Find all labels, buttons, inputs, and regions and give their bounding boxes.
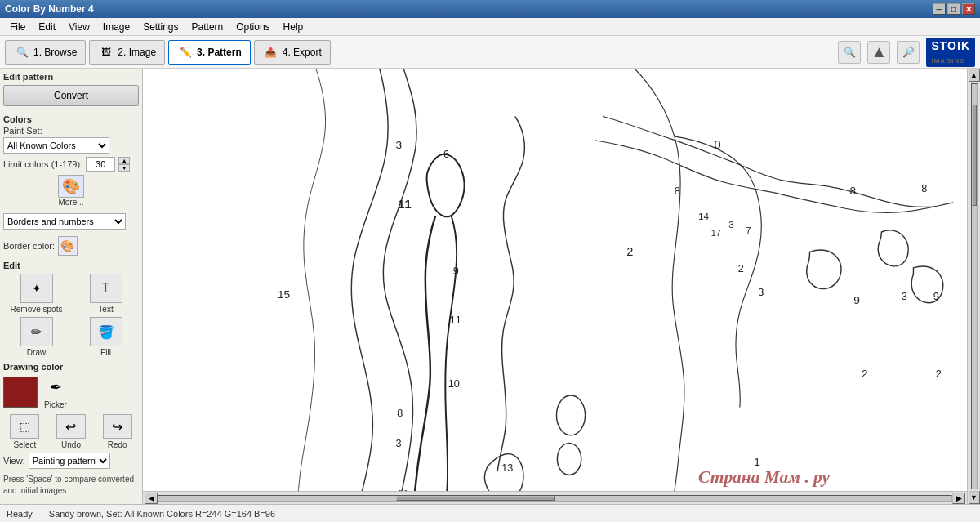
menu-pattern[interactable]: Pattern bbox=[185, 20, 230, 34]
fill-icon: 🪣 bbox=[90, 317, 122, 346]
spin-up[interactable]: ▲ bbox=[118, 157, 130, 164]
scroll-down-arrow[interactable]: ▼ bbox=[969, 491, 980, 504]
picker-tool[interactable]: ✒ Picker bbox=[44, 376, 67, 409]
toolbar: 🔍 1. Browse 🖼 2. Image ✏️ 3. Pattern 📤 4… bbox=[0, 36, 980, 69]
svg-text:2: 2 bbox=[936, 368, 942, 380]
undo-tool[interactable]: ↩ Undo bbox=[50, 414, 93, 449]
menu-view[interactable]: View bbox=[62, 20, 96, 34]
spin-down[interactable]: ▼ bbox=[118, 164, 130, 172]
svg-text:2: 2 bbox=[738, 263, 744, 274]
browse-icon: 🔍 bbox=[14, 44, 30, 60]
pattern-canvas[interactable]: 3 6 11 9 15 11 10 8 3 11 14 8 7 0 10 13 bbox=[143, 69, 967, 491]
titlebar-buttons: ─ □ ✕ bbox=[933, 3, 975, 15]
menu-image[interactable]: Image bbox=[96, 20, 136, 34]
limit-input[interactable] bbox=[86, 157, 115, 172]
svg-text:2: 2 bbox=[862, 368, 868, 380]
scroll-up-arrow[interactable]: ▲ bbox=[969, 69, 980, 82]
stoik-sub: IMAGING bbox=[931, 57, 965, 65]
horizontal-scrollbar: ◀ ▶ bbox=[143, 491, 967, 504]
svg-text:Страна Мам . ру: Страна Мам . ру bbox=[698, 467, 830, 487]
step-export[interactable]: 📤 4. Export bbox=[254, 40, 331, 65]
export-icon: 📤 bbox=[263, 44, 279, 60]
picker-label: Picker bbox=[44, 400, 67, 409]
drawing-color-swatch[interactable] bbox=[3, 377, 38, 408]
svg-text:9: 9 bbox=[853, 294, 860, 306]
borders-dropdown[interactable]: Borders and numbers Borders only Numbers… bbox=[3, 213, 126, 230]
step-pattern-label: 3. Pattern bbox=[197, 47, 242, 58]
menu-settings[interactable]: Settings bbox=[136, 20, 185, 34]
svg-text:11: 11 bbox=[397, 489, 408, 491]
scroll-track-v[interactable] bbox=[971, 83, 978, 489]
svg-text:3: 3 bbox=[902, 291, 907, 302]
color-info: Sandy brown, Set: All Known Colors R=244… bbox=[49, 509, 275, 519]
svg-text:17: 17 bbox=[711, 228, 721, 238]
canvas-main: 3 6 11 9 15 11 10 8 3 11 14 8 7 0 10 13 bbox=[143, 69, 967, 504]
redo-tool[interactable]: ↪ Redo bbox=[96, 414, 139, 449]
select-icon: ⬚ bbox=[10, 414, 39, 439]
svg-text:3: 3 bbox=[758, 287, 764, 298]
scroll-track-h[interactable] bbox=[158, 495, 952, 502]
svg-text:8: 8 bbox=[675, 185, 680, 197]
edit-tools-grid: ✦ Remove spots T Text ✏ Draw 🪣 Fill bbox=[3, 274, 139, 357]
canvas-vscroll-wrap: 3 6 11 9 15 11 10 8 3 11 14 8 7 0 10 13 bbox=[143, 69, 980, 504]
paint-set-label: Paint Set: bbox=[3, 126, 139, 136]
menu-options[interactable]: Options bbox=[229, 20, 276, 34]
step-image[interactable]: 🖼 2. Image bbox=[89, 40, 165, 65]
more-button-wrap[interactable]: 🎨 More... bbox=[3, 175, 139, 207]
svg-text:2: 2 bbox=[626, 245, 633, 258]
remove-spots-tool[interactable]: ✦ Remove spots bbox=[3, 274, 69, 314]
scroll-thumb-v[interactable] bbox=[972, 105, 977, 206]
menu-file[interactable]: File bbox=[3, 20, 32, 34]
select-tool[interactable]: ⬚ Select bbox=[3, 414, 47, 449]
close-button[interactable]: ✕ bbox=[962, 3, 975, 15]
border-color-picker[interactable]: 🎨 bbox=[58, 236, 78, 256]
minimize-button[interactable]: ─ bbox=[933, 3, 946, 15]
border-color-label: Border color: bbox=[3, 241, 55, 251]
svg-text:3: 3 bbox=[395, 139, 402, 151]
remove-spots-icon: ✦ bbox=[20, 274, 53, 303]
limit-spinner: ▲ ▼ bbox=[118, 157, 130, 172]
step-image-label: 2. Image bbox=[118, 47, 156, 58]
scroll-right-arrow[interactable]: ▶ bbox=[952, 493, 965, 504]
search-tool-button[interactable]: 🔍 bbox=[838, 41, 861, 64]
svg-text:1: 1 bbox=[754, 456, 760, 468]
convert-button[interactable]: Convert bbox=[3, 85, 139, 106]
app-title: Color By Number 4 bbox=[5, 3, 94, 15]
step-browse[interactable]: 🔍 1. Browse bbox=[5, 40, 86, 65]
scroll-left-arrow[interactable]: ◀ bbox=[145, 493, 158, 504]
menubar: File Edit View Image Settings Pattern Op… bbox=[0, 18, 980, 36]
svg-point-36 bbox=[557, 443, 581, 475]
bottom-tools-grid: ⬚ Select ↩ Undo ↪ Redo bbox=[3, 414, 139, 449]
svg-text:10: 10 bbox=[448, 378, 460, 390]
hint-text: Press 'Space' to compare converted and i… bbox=[3, 474, 139, 497]
svg-text:11: 11 bbox=[398, 198, 411, 211]
zoom-tool-button[interactable]: 🔎 bbox=[897, 41, 920, 64]
maximize-button[interactable]: □ bbox=[947, 3, 960, 15]
menu-edit[interactable]: Edit bbox=[32, 20, 62, 34]
more-label: More... bbox=[58, 198, 83, 207]
stoik-logo: STOIKIMAGING bbox=[926, 38, 975, 67]
view-label: View: bbox=[3, 456, 25, 466]
svg-text:11: 11 bbox=[450, 315, 461, 326]
svg-text:6: 6 bbox=[443, 149, 449, 160]
ready-status: Ready bbox=[7, 509, 33, 519]
svg-text:8: 8 bbox=[397, 408, 403, 419]
scroll-thumb-h[interactable] bbox=[396, 496, 555, 501]
triangle-tool-button[interactable]: ▲ bbox=[867, 41, 890, 64]
draw-tool[interactable]: ✏ Draw bbox=[3, 317, 69, 357]
menu-help[interactable]: Help bbox=[277, 20, 310, 34]
text-tool[interactable]: T Text bbox=[73, 274, 139, 314]
undo-icon: ↩ bbox=[56, 414, 86, 439]
edit-pattern-title: Edit pattern bbox=[3, 72, 139, 82]
text-icon: T bbox=[90, 274, 122, 303]
view-dropdown[interactable]: Painting pattern Original Converted bbox=[29, 453, 110, 469]
fill-tool[interactable]: 🪣 Fill bbox=[73, 317, 139, 357]
undo-label: Undo bbox=[61, 440, 81, 449]
step-pattern[interactable]: ✏️ 3. Pattern bbox=[168, 40, 251, 65]
step-export-label: 4. Export bbox=[283, 47, 322, 58]
image-icon: 🖼 bbox=[98, 44, 114, 60]
svg-text:3: 3 bbox=[728, 219, 734, 230]
colors-section-title: Colors bbox=[3, 114, 139, 124]
paint-set-dropdown[interactable]: All Known Colors Custom Set bbox=[3, 137, 109, 154]
statusbar: Ready Sandy brown, Set: All Known Colors… bbox=[0, 504, 980, 522]
